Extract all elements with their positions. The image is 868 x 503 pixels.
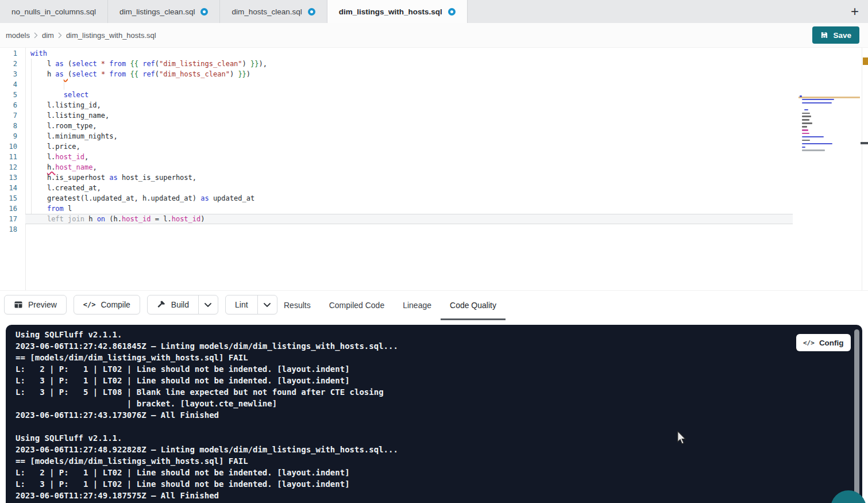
build-dropdown-button[interactable]	[198, 295, 218, 314]
line-number: 14	[0, 183, 17, 193]
build-button[interactable]: Build	[148, 295, 198, 314]
line-number: 10	[0, 141, 17, 152]
code-line[interactable]: 8 l.room_type,	[0, 121, 868, 131]
code-line[interactable]: 5 select	[0, 90, 868, 100]
file-tab-bar: no_nulls_in_columns.sqldim_listings_clea…	[0, 0, 868, 23]
code-line[interactable]: 12 h.host_name,	[0, 162, 868, 172]
line-number: 17	[0, 214, 17, 224]
file-tab-label: dim_listings_with_hosts.sql	[339, 7, 442, 16]
line-number: 2	[0, 59, 17, 69]
line-number: 12	[0, 162, 17, 172]
code-line[interactable]: 15 greatest(l.updated_at, h.updated_at) …	[0, 193, 868, 203]
breadcrumb-item[interactable]: models	[6, 31, 30, 40]
minimap-warning-band	[798, 97, 860, 98]
code-line-text: select	[30, 90, 88, 100]
chevron-down-icon	[264, 303, 271, 307]
lint-button[interactable]: Lint	[226, 295, 257, 314]
code-lines: 1with2 l as (select * from {{ ref("dim_l…	[0, 48, 868, 235]
lint-split-button: Lint	[225, 295, 277, 314]
minimap-line	[802, 99, 834, 101]
code-icon: </>	[83, 301, 96, 309]
code-line[interactable]: 7 l.listing_name,	[0, 110, 868, 121]
overview-ruler-cursor-marker	[861, 142, 868, 144]
code-line[interactable]: 6 l.listing_id,	[0, 100, 868, 110]
save-button-label: Save	[833, 31, 851, 40]
panel-tab-compiled-code[interactable]: Compiled Code	[320, 291, 394, 320]
terminal-panel: Using SQLFluff v2.1.1. 2023-06-06T11:27:…	[6, 325, 862, 503]
minimap-line	[802, 119, 809, 121]
file-tab[interactable]: dim_listings_clean.sql	[108, 0, 220, 23]
line-number: 8	[0, 121, 17, 131]
line-number: 5	[0, 90, 17, 100]
code-editor[interactable]: 1with2 l as (select * from {{ ref("dim_l…	[0, 48, 868, 290]
chevron-down-icon	[205, 303, 211, 307]
breadcrumb-row: modelsdimdim_listings_with_hosts.sql Sav…	[0, 23, 868, 48]
new-tab-button[interactable]: +	[842, 0, 868, 23]
build-button-label: Build	[171, 300, 189, 309]
code-line[interactable]: 2 l as (select * from {{ ref("dim_listin…	[0, 59, 868, 69]
lint-button-label: Lint	[235, 300, 248, 309]
file-tab-label: dim_listings_clean.sql	[119, 7, 195, 16]
panel-tab-code-quality[interactable]: Code Quality	[441, 291, 506, 320]
config-button-label: Config	[819, 339, 844, 347]
file-tab[interactable]: dim_hosts_clean.sql	[220, 0, 327, 23]
line-number: 7	[0, 110, 17, 121]
line-number: 18	[0, 224, 17, 235]
code-line[interactable]: 13 h.is_superhost as host_is_superhost,	[0, 172, 868, 183]
code-line[interactable]: 11 l.host_id,	[0, 152, 868, 162]
minimap-line	[802, 129, 808, 131]
panel-tab-lineage[interactable]: Lineage	[394, 291, 441, 320]
panel-tab-results[interactable]: Results	[275, 291, 320, 320]
file-tab-label: dim_hosts_clean.sql	[232, 7, 302, 16]
minimap-line	[802, 113, 810, 114]
line-number: 1	[0, 48, 17, 59]
code-line[interactable]: 10 l.price,	[0, 141, 868, 152]
preview-button[interactable]: Preview	[4, 295, 67, 314]
breadcrumb-item[interactable]: dim	[42, 31, 54, 40]
code-line-text: l as (select * from {{ ref("dim_listings…	[30, 59, 267, 69]
file-tab[interactable]: dim_listings_with_hosts.sql	[327, 0, 468, 23]
code-line-text: l.created_at,	[30, 183, 101, 193]
file-tab[interactable]: no_nulls_in_columns.sql	[0, 0, 108, 23]
line-number: 3	[0, 69, 17, 79]
compile-button[interactable]: </> Compile	[74, 295, 140, 314]
chevron-right-icon	[58, 32, 62, 39]
line-number: 4	[0, 79, 17, 90]
minimap[interactable]	[798, 95, 860, 163]
modified-dot-icon	[200, 8, 208, 16]
panel-tabs: ResultsCompiled CodeLineageCode Quality	[275, 291, 506, 320]
code-line[interactable]: 4	[0, 79, 868, 90]
chevron-right-icon	[34, 32, 38, 39]
line-number: 16	[0, 203, 17, 214]
code-line-text: l.host_id,	[30, 152, 88, 162]
minimap-line	[802, 102, 831, 104]
lint-dropdown-button[interactable]	[257, 295, 277, 314]
minimap-line	[802, 116, 811, 117]
code-line[interactable]: 1with	[0, 48, 868, 59]
code-line[interactable]: 14 l.created_at,	[0, 183, 868, 193]
minimap-line	[802, 122, 812, 124]
code-line[interactable]: 9 l.minimum_nights,	[0, 131, 868, 141]
minimap-line	[802, 143, 832, 145]
code-line[interactable]: 18	[0, 224, 868, 235]
save-button[interactable]: Save	[812, 26, 859, 44]
line-number: 15	[0, 193, 17, 203]
code-line-text: l.listing_id,	[30, 100, 101, 110]
code-line-text: l.minimum_nights,	[30, 131, 118, 141]
action-toolbar: Preview </> Compile Build	[0, 290, 868, 320]
minimap-line	[802, 147, 805, 148]
breadcrumb-item[interactable]: dim_listings_with_hosts.sql	[66, 31, 156, 40]
save-icon	[820, 31, 828, 39]
terminal-scrollbar[interactable]	[854, 329, 859, 496]
file-tab-label: no_nulls_in_columns.sql	[11, 7, 96, 16]
code-icon: </>	[803, 339, 815, 347]
code-line[interactable]: 16 from l	[0, 203, 868, 214]
code-line-text: with	[30, 48, 47, 59]
code-line[interactable]: 17 left join h on (h.host_id = l.host_id…	[0, 214, 868, 224]
build-split-button: Build	[147, 295, 218, 314]
compile-button-label: Compile	[101, 300, 130, 309]
config-button[interactable]: </> Config	[796, 334, 851, 351]
code-line[interactable]: 3 h as (select * from {{ ref("dim_hosts_…	[0, 69, 868, 79]
minimap-line	[802, 140, 810, 141]
breadcrumb: modelsdimdim_listings_with_hosts.sql	[6, 31, 156, 40]
